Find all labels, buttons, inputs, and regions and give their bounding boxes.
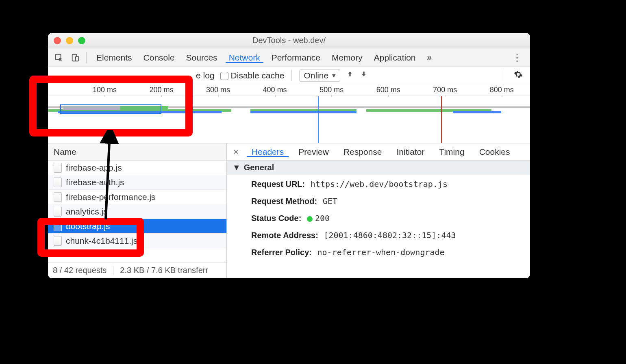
status-code-value: 200 — [307, 213, 330, 223]
svg-rect-2 — [76, 56, 78, 61]
maximize-window-button[interactable] — [78, 37, 85, 44]
more-tabs-icon[interactable]: » — [424, 52, 435, 63]
general-kv-list: Request URL: https://web.dev/bootstrap.j… — [227, 175, 530, 265]
devtools-tabs: ElementsConsoleSourcesNetworkPerformance… — [48, 48, 530, 67]
request-method-key: Request Method: — [251, 197, 317, 206]
details-tab-timing[interactable]: Timing — [432, 147, 472, 157]
kebab-menu-icon[interactable]: ⋮ — [508, 52, 526, 63]
request-name: bootstrap.js — [66, 221, 110, 231]
tab-console[interactable]: Console — [138, 53, 180, 63]
details-tab-bar: × HeadersPreviewResponseInitiatorTimingC… — [227, 143, 530, 160]
file-icon — [54, 221, 62, 231]
timeline-tick: 800 ms — [490, 86, 514, 94]
network-body: Name firebase-app.jsfirebase-auth.jsfire… — [48, 143, 530, 278]
minimize-window-button[interactable] — [66, 37, 73, 44]
file-icon — [54, 207, 62, 217]
request-count: 8 / 42 requests — [53, 266, 107, 275]
request-name: firebase-app.js — [66, 163, 122, 173]
request-url-row: Request URL: https://web.dev/bootstrap.j… — [251, 179, 520, 189]
request-method-row: Request Method: GET — [251, 196, 520, 206]
throttling-select[interactable]: Online ▼ — [299, 69, 340, 82]
file-icon — [54, 178, 62, 187]
request-row[interactable]: analytics.js — [48, 204, 226, 219]
remote-address-key: Remote Address: — [251, 231, 318, 240]
request-method-value: GET — [323, 196, 337, 206]
domcontentloaded-marker — [318, 96, 319, 143]
request-url-value: https://web.dev/bootstrap.js — [311, 179, 448, 189]
details-tab-response[interactable]: Response — [336, 147, 389, 157]
general-section-label: General — [244, 163, 274, 172]
disable-cache-checkbox[interactable]: Disable cache — [220, 71, 285, 80]
preserve-log-label-fragment: e log — [196, 71, 215, 80]
load-event-marker — [441, 96, 442, 143]
status-code-key: Status Code: — [251, 214, 301, 223]
transfer-size: 2.3 KB / 7.6 KB transferr — [120, 266, 208, 275]
tab-sources[interactable]: Sources — [180, 53, 223, 63]
file-icon — [54, 192, 62, 202]
request-list-panel: Name firebase-app.jsfirebase-auth.jsfire… — [48, 143, 227, 278]
file-icon — [54, 236, 62, 246]
traffic-lights — [54, 37, 85, 44]
general-section-header[interactable]: ▼ General — [227, 160, 530, 175]
details-tab-cookies[interactable]: Cookies — [472, 147, 517, 157]
request-row[interactable]: bootstrap.js — [48, 219, 226, 234]
device-toggle-icon[interactable] — [68, 51, 82, 65]
name-column-label: Name — [54, 147, 76, 157]
title-bar: DevTools - web.dev/ — [48, 33, 530, 48]
close-details-icon[interactable]: × — [229, 147, 243, 157]
tab-memory[interactable]: Memory — [326, 53, 368, 63]
request-name: firebase-performance.js — [66, 192, 156, 202]
referrer-policy-row: Referrer Policy: no-referrer-when-downgr… — [251, 247, 520, 257]
referrer-policy-value: no-referrer-when-downgrade — [317, 247, 445, 257]
separator — [291, 70, 292, 81]
request-url-key: Request URL: — [251, 180, 305, 188]
disable-cache-label: Disable cache — [231, 71, 285, 80]
disclosure-triangle-icon: ▼ — [233, 163, 241, 172]
tab-application[interactable]: Application — [368, 53, 422, 63]
separator — [503, 70, 503, 81]
request-rows: firebase-app.jsfirebase-auth.jsfirebase-… — [48, 160, 226, 262]
remote-address-row: Remote Address: [2001:4860:4802:32::15]:… — [251, 230, 520, 240]
timeline-tick: 500 ms — [320, 86, 343, 94]
inspect-element-icon[interactable] — [52, 51, 66, 65]
timeline-selection[interactable] — [60, 104, 161, 114]
timeline-tick: 400 ms — [263, 86, 287, 94]
tab-elements[interactable]: Elements — [91, 53, 138, 63]
request-details-panel: × HeadersPreviewResponseInitiatorTimingC… — [227, 143, 530, 278]
request-row[interactable]: firebase-performance.js — [48, 190, 226, 204]
chevron-down-icon: ▼ — [331, 72, 337, 79]
network-toolbar: e log Disable cache Online ▼ — [48, 67, 530, 84]
request-row[interactable]: firebase-auth.js — [48, 175, 226, 190]
file-icon — [54, 163, 62, 173]
network-status-bar: 8 / 42 requests 2.3 KB / 7.6 KB transfer… — [48, 262, 226, 278]
details-tab-preview[interactable]: Preview — [291, 147, 336, 157]
status-code-row: Status Code: 200 — [251, 213, 520, 223]
tab-network[interactable]: Network — [223, 53, 266, 63]
request-name: firebase-auth.js — [66, 178, 124, 187]
timeline-tick: 200 ms — [150, 86, 174, 94]
throttling-value: Online — [304, 71, 328, 80]
timeline-tick: 100 ms — [93, 86, 117, 94]
network-overview-timeline[interactable]: 100 ms200 ms300 ms400 ms500 ms600 ms700 … — [48, 84, 530, 143]
timeline-ticks: 100 ms200 ms300 ms400 ms500 ms600 ms700 … — [48, 84, 530, 95]
tab-performance[interactable]: Performance — [266, 53, 326, 63]
request-row[interactable]: chunk-4c1b4111.js — [48, 234, 226, 248]
name-column-header[interactable]: Name — [48, 143, 226, 160]
timeline-tick: 600 ms — [376, 86, 400, 94]
request-name: chunk-4c1b4111.js — [66, 236, 137, 246]
download-har-icon[interactable] — [360, 70, 368, 80]
request-row[interactable]: firebase-app.js — [48, 160, 226, 175]
status-dot-icon — [307, 216, 313, 222]
upload-har-icon[interactable] — [346, 70, 354, 80]
timeline-tick: 300 ms — [206, 86, 230, 94]
details-tab-headers[interactable]: Headers — [244, 147, 291, 157]
window-title: DevTools - web.dev/ — [48, 36, 530, 45]
timeline-tick: 700 ms — [433, 86, 457, 94]
referrer-policy-key: Referrer Policy: — [251, 248, 312, 257]
devtools-window: DevTools - web.dev/ ElementsConsoleSourc… — [48, 33, 530, 278]
details-tab-initiator[interactable]: Initiator — [389, 147, 432, 157]
separator — [86, 52, 87, 63]
close-window-button[interactable] — [54, 37, 61, 44]
request-name: analytics.js — [66, 207, 108, 217]
settings-gear-icon[interactable] — [511, 70, 526, 81]
